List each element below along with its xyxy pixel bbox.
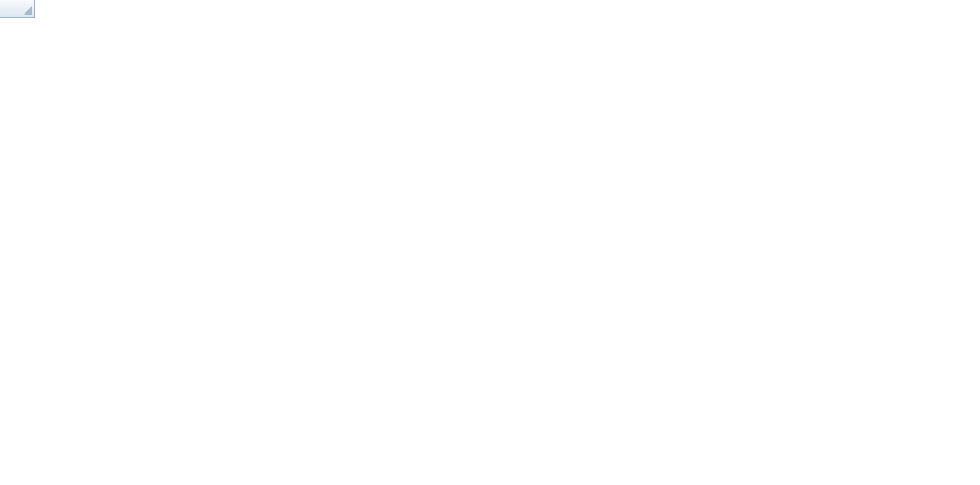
cells-area[interactable]	[35, 18, 980, 485]
corner-triangle-icon	[23, 6, 32, 15]
spreadsheet-grid	[0, 0, 980, 485]
select-all-corner[interactable]	[0, 0, 35, 18]
